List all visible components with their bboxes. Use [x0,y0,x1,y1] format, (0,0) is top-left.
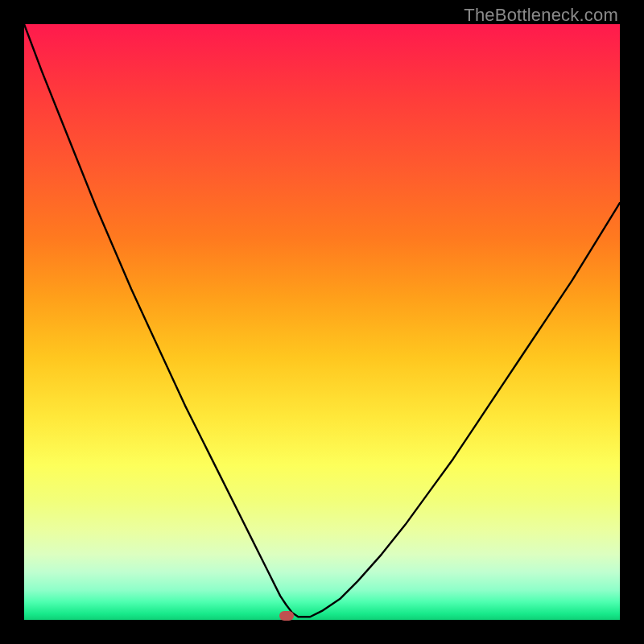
bottleneck-curve [24,24,620,620]
plot-area [24,24,620,620]
watermark-text: TheBottleneck.com [464,5,618,26]
optimal-point-marker [279,611,294,621]
chart-frame: TheBottleneck.com [0,0,644,644]
